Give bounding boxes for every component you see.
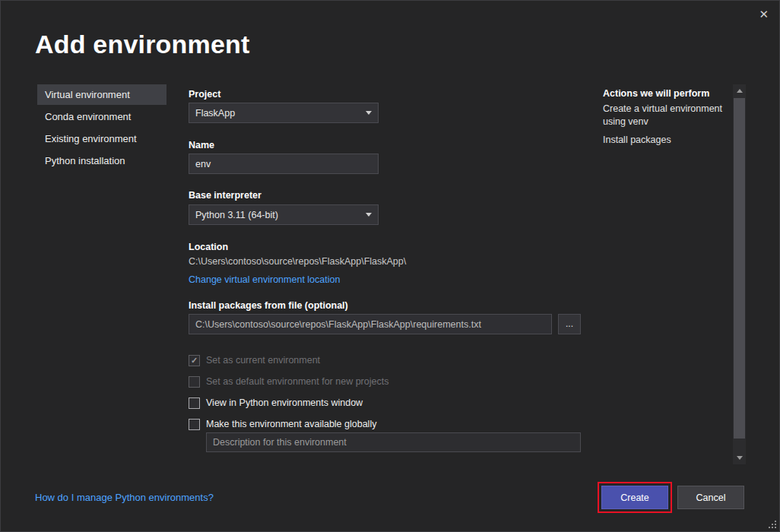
base-interpreter-dropdown[interactable]: Python 3.11 (64-bit) [189, 204, 379, 225]
checkbox-icon[interactable] [189, 376, 200, 388]
actions-panel: Actions we will perform Create a virtual… [603, 88, 723, 152]
project-label: Project [189, 89, 220, 100]
base-interpreter-dropdown-value: Python 3.11 (64-bit) [195, 210, 361, 220]
sidebar-item-python-installation[interactable]: Python installation [37, 150, 166, 171]
change-location-link[interactable]: Change virtual environment location [189, 274, 340, 285]
project-dropdown[interactable]: FlaskApp [189, 103, 379, 123]
help-link[interactable]: How do I manage Python environments? [35, 492, 214, 503]
actions-panel-title: Actions we will perform [603, 88, 723, 99]
install-packages-label: Install packages from file (optional) [189, 300, 348, 311]
project-dropdown-value: FlaskApp [195, 108, 361, 119]
checkbox-icon[interactable] [189, 419, 200, 430]
sidebar-item-existing-environment[interactable]: Existing environment [37, 128, 166, 149]
checkbox-icon[interactable] [189, 397, 200, 409]
checkbox-set-as-default-environment[interactable]: Set as default environment for new proje… [189, 374, 388, 389]
cancel-button[interactable]: Cancel [677, 486, 744, 509]
actions-panel-item: Install packages [603, 134, 723, 147]
scrollbar-up-icon[interactable] [733, 84, 746, 97]
sidebar-item-conda-environment[interactable]: Conda environment [37, 106, 166, 127]
checkbox-label: Make this environment available globally [206, 419, 376, 429]
install-packages-input[interactable] [189, 314, 552, 334]
chevron-down-icon [366, 111, 372, 115]
checkbox-label: View in Python environments window [206, 397, 363, 408]
location-path: C:\Users\contoso\source\repos\FlaskApp\F… [189, 256, 406, 267]
dialog-title: Add environment [35, 30, 250, 59]
checkbox-set-as-current-environment[interactable]: Set as current environment [189, 353, 320, 368]
resize-grip-icon[interactable] [766, 518, 777, 529]
description-input[interactable] [206, 432, 581, 452]
name-input[interactable] [189, 154, 379, 174]
close-icon[interactable]: ✕ [759, 7, 769, 22]
location-label: Location [189, 242, 228, 252]
create-button-highlight: Create [598, 482, 672, 513]
checkbox-view-in-python-environments-window[interactable]: View in Python environments window [189, 395, 363, 410]
name-label: Name [189, 140, 214, 150]
sidebar-item-virtual-environment[interactable]: Virtual environment [37, 84, 166, 105]
base-interpreter-label: Base interpreter [189, 190, 262, 201]
chevron-down-icon [366, 213, 372, 217]
add-environment-dialog: ✕ Add environment Virtual environment Co… [0, 0, 780, 532]
actions-panel-item: Create a virtual environment using venv [603, 103, 723, 128]
checkbox-icon[interactable] [189, 355, 200, 366]
checkbox-label: Set as current environment [206, 355, 320, 366]
scrollbar-down-icon[interactable] [733, 451, 746, 464]
scrollbar-thumb[interactable] [734, 98, 745, 439]
checkbox-make-environment-available-globally[interactable]: Make this environment available globally [189, 416, 376, 432]
create-button[interactable]: Create [601, 486, 668, 509]
checkbox-label: Set as default environment for new proje… [206, 376, 388, 387]
environment-type-list: Virtual environment Conda environment Ex… [37, 84, 166, 173]
browse-button[interactable]: ... [558, 314, 581, 334]
vertical-scrollbar[interactable] [733, 84, 746, 464]
